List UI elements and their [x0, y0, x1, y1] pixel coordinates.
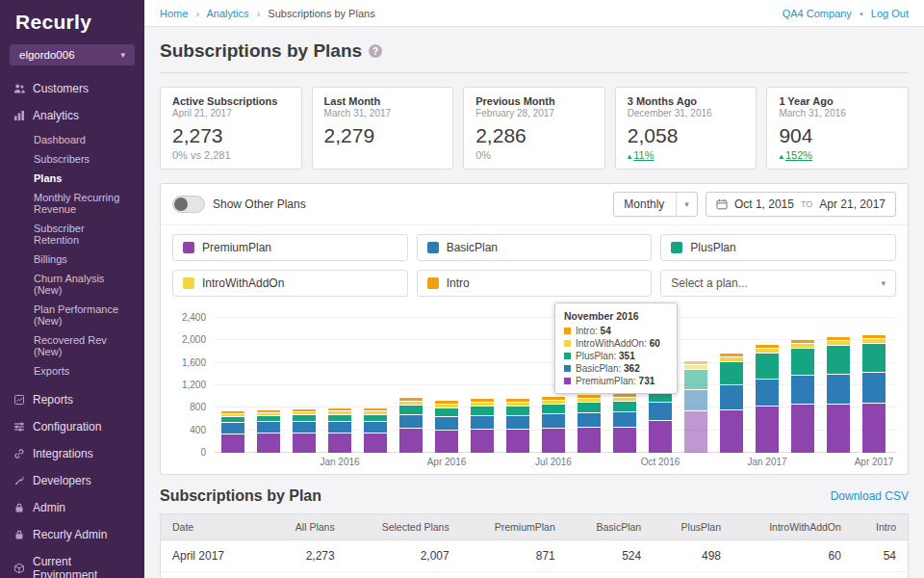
bar-segment-intro	[399, 398, 423, 401]
chart-bar-jan-2016[interactable]	[328, 408, 351, 453]
bar-segment-introwithaddon	[399, 402, 423, 405]
show-other-plans-toggle[interactable]	[172, 196, 205, 213]
table-section-title: Subscriptions by Plan	[160, 487, 321, 505]
sidebar-subitem-subscribers[interactable]: Subscribers	[0, 149, 144, 169]
breadcrumb-home[interactable]: Home	[160, 8, 188, 19]
legend-item-intro[interactable]: Intro	[417, 270, 653, 297]
chart-bar-mar-2017[interactable]	[827, 337, 850, 453]
date-range-picker[interactable]: Oct 1, 2015 TO Apr 21, 2017	[706, 192, 896, 217]
legend-item-introwithaddon[interactable]: IntroWithAddOn	[172, 270, 408, 297]
chart-bar-jun-2016[interactable]	[506, 399, 529, 453]
tooltip-item-introwithaddon: IntroWithAddOn: 60	[564, 338, 668, 349]
cell-value: 2,273	[268, 540, 346, 572]
subscriptions-chart: 04008001,2001,6002,0002,400November 2016…	[161, 306, 908, 474]
chart-bar-apr-2016[interactable]	[435, 401, 458, 453]
chart-bar-mar-2016[interactable]	[399, 398, 423, 453]
legend-item-premiumplan[interactable]: PremiumPlan	[172, 234, 408, 261]
y-axis-label: 800	[166, 402, 206, 412]
bar-segment-premiumplan	[293, 434, 316, 453]
x-axis-label: Jan 2017	[747, 457, 786, 467]
chart-bar-jul-2016[interactable]	[542, 397, 565, 453]
download-csv-link[interactable]: Download CSV	[831, 489, 909, 503]
chart-bar-jan-2017[interactable]	[756, 345, 779, 453]
bar-segment-intro	[684, 361, 707, 364]
bar-segment-introwithaddon	[862, 339, 886, 343]
sidebar-subitem-churn-analysis-new[interactable]: Churn Analysis (New)	[0, 269, 144, 300]
legend-item-basicplan[interactable]: BasicPlan	[417, 234, 653, 261]
breadcrumb-current: Subscriptions by Plans	[268, 8, 374, 19]
logout-link[interactable]: Log Out	[871, 8, 909, 19]
sidebar-item-analytics[interactable]: Analytics	[0, 102, 144, 129]
sidebar-subitem-plans[interactable]: Plans	[0, 169, 144, 188]
chart-bar-oct-2015[interactable]	[221, 411, 244, 453]
help-icon[interactable]: ?	[369, 44, 382, 58]
tooltip-item-text: PlusPlan: 351	[576, 351, 635, 361]
bar-segment-plusplan	[221, 417, 244, 422]
bar-segment-intro	[791, 340, 814, 343]
table-section-head: Subscriptions by Plan Download CSV	[160, 487, 909, 505]
stat-card-date: March 31, 2016	[779, 108, 896, 118]
chart-bar-nov-2016[interactable]	[684, 361, 707, 453]
chart-bar-dec-2015[interactable]	[293, 409, 316, 453]
sidebar-item-reports[interactable]: Reports	[0, 386, 144, 413]
stat-card-value: 2,058	[628, 124, 745, 147]
sidebar-subitem-billings[interactable]: Billings	[0, 250, 144, 269]
bar-segment-introwithaddon	[471, 403, 494, 406]
chart-bar-may-2016[interactable]	[471, 399, 494, 453]
page-title: Subscriptions by Plans	[160, 40, 362, 62]
trend-up-icon: ▴	[779, 151, 783, 161]
toggle-knob	[174, 197, 188, 211]
stat-card-value: 904	[779, 124, 896, 147]
sidebar-item-configuration[interactable]: Configuration	[0, 413, 144, 440]
sidebar-item-admin[interactable]: Admin	[0, 494, 144, 521]
interval-select[interactable]: Monthly ▾	[613, 192, 698, 217]
bar-segment-intro	[720, 354, 743, 356]
chart-tooltip: November 2016Intro: 54IntroWithAddOn: 60…	[554, 302, 678, 394]
chart-bar-nov-2015[interactable]	[257, 410, 280, 453]
sidebar-item-integrations[interactable]: Integrations	[0, 440, 144, 467]
tooltip-item-text: IntroWithAddOn: 60	[576, 338, 660, 349]
sidebar-subitem-dashboard[interactable]: Dashboard	[0, 130, 144, 149]
chart-plot: 04008001,2001,6002,0002,400November 2016…	[214, 318, 896, 453]
sidebar-item-recurly-admin[interactable]: Recurly Admin	[0, 521, 144, 548]
tooltip-item-premiumplan: PremiumPlan: 731	[564, 376, 668, 386]
sidebar-subitem-plan-performance-new[interactable]: Plan Performance (New)	[0, 300, 144, 330]
subscriptions-table: DateAll PlansSelected PlansPremiumPlanBa…	[160, 513, 909, 578]
environment-icon	[13, 563, 25, 574]
chart-bar-feb-2017[interactable]	[791, 340, 814, 453]
bar-segment-intro	[221, 411, 244, 413]
bar-segment-basicplan	[293, 422, 316, 433]
breadcrumb-analytics[interactable]: Analytics	[207, 8, 249, 19]
column-header-intro: Intro	[853, 514, 909, 540]
chart-bar-dec-2016[interactable]	[720, 354, 743, 453]
cell-value: 54	[853, 572, 909, 578]
plan-select-dropdown[interactable]: Select a plan...▾	[660, 270, 896, 297]
sidebar-subitem-monthly-recurring-revenue[interactable]: Monthly Recurring Revenue	[0, 188, 144, 219]
page-head: Subscriptions by Plans ?	[160, 27, 909, 73]
analytics-subnav: DashboardSubscribersPlansMonthly Recurri…	[0, 129, 144, 386]
stat-card-active-subscriptions: Active SubscriptionsApril 21, 20172,2730…	[160, 87, 302, 170]
bar-segment-premiumplan	[257, 434, 280, 453]
bar-segment-introwithaddon	[613, 398, 636, 401]
sidebar-item-developers[interactable]: Developers	[0, 467, 144, 494]
cell-value: 498	[653, 540, 732, 572]
legend-item-plusplan[interactable]: PlusPlan	[660, 234, 896, 261]
sidebar-item-label: Configuration	[33, 420, 101, 434]
bar-segment-plusplan	[756, 354, 779, 379]
sidebar-subitem-recovered-rev-new[interactable]: Recovered Rev (New)	[0, 330, 144, 361]
sidebar-item-current-environment[interactable]: Current Environment	[0, 548, 144, 578]
bar-segment-intro	[293, 409, 316, 411]
sidebar-subitem-subscriber-retention[interactable]: Subscriber Retention	[0, 219, 144, 250]
bar-segment-introwithaddon	[221, 414, 244, 416]
sidebar-item-customers[interactable]: Customers	[0, 75, 144, 102]
company-link[interactable]: QA4 Company	[783, 8, 852, 19]
intro-swatch	[564, 328, 571, 334]
account-dropdown[interactable]: elgordo006 ▾	[10, 44, 135, 66]
chart-bar-apr-2017[interactable]	[862, 335, 886, 453]
chart-bar-aug-2016[interactable]	[578, 395, 601, 453]
chart-bar-feb-2016[interactable]	[364, 408, 387, 453]
sidebar-subitem-exports[interactable]: Exports	[0, 361, 144, 381]
bar-segment-introwithaddon	[720, 357, 743, 361]
bar-segment-basicplan	[221, 423, 244, 434]
chart-bar-sep-2016[interactable]	[613, 394, 636, 453]
